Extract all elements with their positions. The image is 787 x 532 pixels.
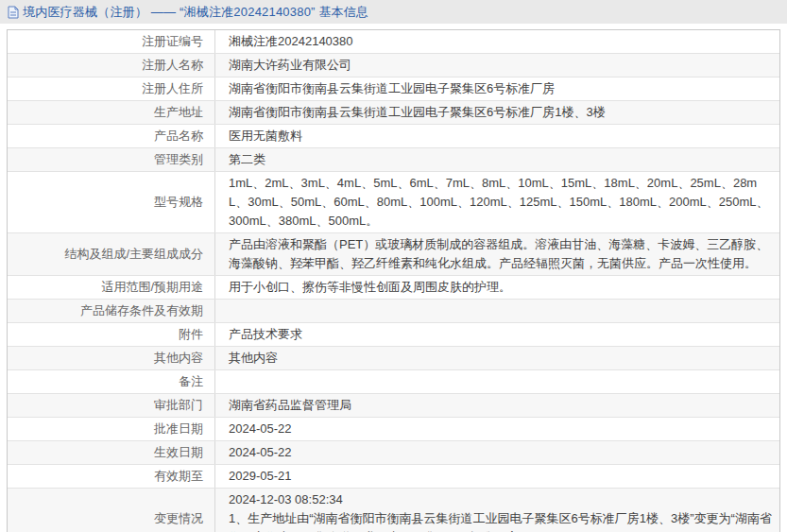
table-row: 附件产品技术要求 [8, 323, 779, 347]
row-label-cell: 生效日期 [8, 441, 215, 464]
row-label: 注册人名称 [142, 56, 203, 75]
row-label: 附件 [179, 325, 203, 344]
row-value-cell: 产品技术要求 [215, 323, 779, 346]
row-value: 2029-05-21 [229, 467, 292, 486]
row-label: 注册证编号 [142, 32, 203, 51]
row-label-cell: 注册人住所 [8, 77, 215, 100]
row-label: 型号规格 [154, 193, 203, 212]
page-header: 境内医疗器械（注册） —— “湘械注准20242140380” 基本信息 [0, 0, 787, 24]
row-label-cell: 产品名称 [8, 125, 215, 147]
row-value-cell: 湖南省衡阳市衡南县云集街道工业园电子聚集区6号标准厂房 [215, 77, 779, 100]
row-value-cell: 2029-05-21 [215, 465, 779, 488]
row-label-cell: 变更情况 [8, 489, 215, 532]
table-row: 其他内容其他内容 [8, 347, 779, 370]
table-row: 生产地址湖南省衡阳市衡南县云集街道工业园电子聚集区6号标准厂房1楼、3楼 [8, 101, 779, 125]
document-icon [8, 6, 19, 19]
table-row: 管理类别第二类 [8, 148, 779, 172]
info-table: 注册证编号湘械注准20242140380注册人名称湖南大许药业有限公司注册人住所… [7, 29, 780, 532]
row-value-cell: 湖南大许药业有限公司 [215, 54, 779, 77]
table-row: 审批部门湖南省药品监督管理局 [8, 394, 779, 418]
row-value-cell: 2024-05-22 [215, 418, 779, 440]
row-value: 2024-05-22 [229, 443, 292, 462]
row-label-cell: 生产地址 [8, 101, 215, 124]
row-value-cell [215, 370, 779, 393]
table-row: 适用范围/预期用途用于小创口、擦伤等非慢性创面及周围皮肤的护理。 [8, 276, 779, 300]
row-label: 变更情况 [154, 509, 203, 528]
row-label: 管理类别 [154, 150, 203, 169]
row-label-cell: 注册证编号 [8, 30, 215, 53]
table-row: 批准日期2024-05-22 [8, 418, 779, 441]
row-label-cell: 有效期至 [8, 465, 215, 488]
row-label-cell: 审批部门 [8, 394, 215, 417]
row-label-cell: 产品储存条件及有效期 [8, 300, 215, 322]
row-label-cell: 管理类别 [8, 148, 215, 171]
row-label-cell: 注册人名称 [8, 54, 215, 77]
row-label-cell: 结构及组成/主要组成成分 [8, 233, 215, 275]
table-row: 注册人名称湖南大许药业有限公司 [8, 54, 779, 77]
row-value: 湖南省衡阳市衡南县云集街道工业园电子聚集区6号标准厂房 [229, 79, 555, 98]
row-label: 产品储存条件及有效期 [80, 301, 203, 320]
row-value-cell: 1mL、2mL、3mL、4mL、5mL、6mL、7mL、8mL、10mL、15m… [215, 172, 779, 232]
table-row: 变更情况2024-12-03 08:52:34 1、生产地址由“湖南省衡阳市衡南… [8, 489, 779, 532]
row-value-cell: 2024-05-22 [215, 441, 779, 464]
table-row: 结构及组成/主要组成成分产品由溶液和聚酯（PET）或玻璃材质制成的容器组成。溶液… [8, 233, 779, 276]
table-row: 注册人住所湖南省衡阳市衡南县云集街道工业园电子聚集区6号标准厂房 [8, 77, 779, 101]
row-label: 适用范围/预期用途 [101, 278, 203, 297]
row-value-cell: 用于小创口、擦伤等非慢性创面及周围皮肤的护理。 [215, 276, 779, 299]
row-value-cell: 2024-12-03 08:52:34 1、生产地址由“湖南省衡阳市衡南县云集街… [215, 489, 779, 532]
row-value: 其他内容 [229, 349, 278, 368]
table-row: 产品名称医用无菌敷料 [8, 125, 779, 148]
page-title: 境内医疗器械（注册） —— “湘械注准20242140380” 基本信息 [23, 4, 368, 21]
row-label-cell: 附件 [8, 323, 215, 346]
row-label: 有效期至 [154, 467, 203, 486]
row-value-cell: 产品由溶液和聚酯（PET）或玻璃材质制成的容器组成。溶液由甘油、海藻糖、卡波姆、… [215, 233, 779, 275]
row-value-cell: 医用无菌敷料 [215, 125, 779, 147]
row-label: 批准日期 [154, 420, 203, 438]
row-label-cell: 型号规格 [8, 172, 215, 232]
row-value: 湖南大许药业有限公司 [229, 56, 351, 75]
row-value: 第二类 [229, 150, 265, 169]
row-label: 生效日期 [154, 443, 203, 462]
row-value-cell [215, 300, 779, 322]
row-value-cell: 其他内容 [215, 347, 779, 369]
table-row: 有效期至2029-05-21 [8, 465, 779, 489]
row-value: 产品由溶液和聚酯（PET）或玻璃材质制成的容器组成。溶液由甘油、海藻糖、卡波姆、… [229, 235, 772, 273]
row-label-cell: 备注 [8, 370, 215, 393]
row-value: 医用无菌敷料 [229, 127, 302, 146]
row-value: 产品技术要求 [229, 325, 302, 344]
table-row: 型号规格1mL、2mL、3mL、4mL、5mL、6mL、7mL、8mL、10mL… [8, 172, 779, 233]
row-label: 注册人住所 [142, 79, 203, 98]
row-label: 产品名称 [154, 127, 203, 146]
row-label-cell: 批准日期 [8, 418, 215, 440]
row-value-cell: 湖南省药品监督管理局 [215, 394, 779, 417]
table-row: 备注 [8, 370, 779, 394]
row-value: 湘械注准20242140380 [229, 32, 353, 51]
table-row: 生效日期2024-05-22 [8, 441, 779, 465]
row-value-cell: 湘械注准20242140380 [215, 30, 779, 53]
row-value: 湖南省药品监督管理局 [229, 396, 351, 415]
row-label: 审批部门 [154, 396, 203, 415]
row-label-cell: 其他内容 [8, 347, 215, 369]
row-value: 用于小创口、擦伤等非慢性创面及周围皮肤的护理。 [229, 278, 511, 297]
registration-detail-page: 境内医疗器械（注册） —— “湘械注准20242140380” 基本信息 注册证… [0, 0, 787, 532]
row-label: 结构及组成/主要组成成分 [64, 245, 203, 264]
table-row: 产品储存条件及有效期 [8, 300, 779, 323]
table-row: 注册证编号湘械注准20242140380 [8, 30, 779, 54]
row-label: 生产地址 [154, 103, 203, 122]
row-value: 湖南省衡阳市衡南县云集街道工业园电子聚集区6号标准厂房1楼、3楼 [229, 103, 606, 122]
row-value-cell: 湖南省衡阳市衡南县云集街道工业园电子聚集区6号标准厂房1楼、3楼 [215, 101, 779, 124]
row-value: 1mL、2mL、3mL、4mL、5mL、6mL、7mL、8mL、10mL、15m… [229, 174, 772, 231]
row-value-cell: 第二类 [215, 148, 779, 171]
row-label-cell: 适用范围/预期用途 [8, 276, 215, 299]
row-value: 2024-12-03 08:52:34 1、生产地址由“湖南省衡阳市衡南县云集街… [229, 490, 772, 532]
row-label: 其他内容 [154, 349, 203, 368]
row-label: 备注 [179, 372, 203, 391]
row-value: 2024-05-22 [229, 420, 292, 438]
